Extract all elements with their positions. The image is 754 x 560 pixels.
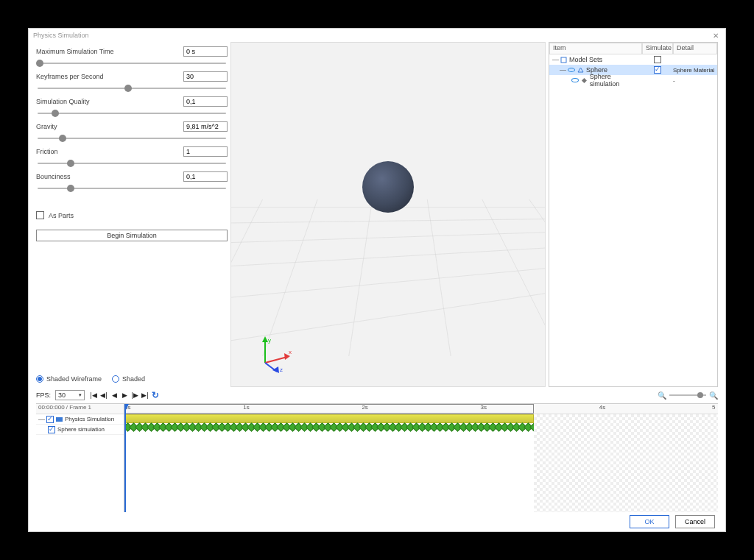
fps-selector[interactable]: 30 ▾ (55, 390, 85, 400)
simulation-icon (581, 77, 588, 84)
keyframes-sphere[interactable] (124, 424, 540, 430)
zoom-in-icon[interactable]: 🔍 (709, 391, 718, 400)
friction-input[interactable] (183, 146, 228, 157)
range-bracket[interactable] (124, 404, 534, 414)
as-parts-checkbox[interactable] (36, 211, 44, 219)
quality-slider[interactable] (36, 110, 228, 117)
begin-simulation-button[interactable]: Begin Simulation (36, 230, 228, 241)
tree-body: — Model Sets — Sphere Sphere Material (549, 54, 717, 386)
playhead[interactable] (124, 404, 126, 512)
kps-label: Keyframes per Second (36, 73, 139, 80)
zoom-slider[interactable] (669, 394, 706, 396)
param-keyframes: Keyframes per Second (36, 71, 228, 82)
max-time-input[interactable] (183, 46, 228, 57)
bounce-input[interactable] (183, 171, 228, 182)
zoom-out-icon[interactable]: 🔍 (658, 391, 666, 400)
svg-rect-24 (56, 417, 63, 422)
svg-marker-13 (262, 336, 268, 342)
visibility-icon[interactable] (568, 68, 575, 72)
friction-label: Friction (36, 148, 139, 155)
bounce-label: Bounciness (36, 173, 139, 180)
timeline-body: 00:00:000 / Frame 1 — Physics Simulation… (36, 403, 718, 512)
max-time-slider[interactable] (36, 60, 228, 67)
step-back-icon[interactable]: ◀| (99, 391, 108, 400)
bounce-slider[interactable] (36, 185, 228, 192)
tl-check-sphere[interactable] (48, 426, 55, 433)
svg-line-9 (427, 199, 451, 356)
svg-line-2 (231, 233, 545, 243)
kps-slider[interactable] (36, 85, 228, 92)
param-friction: Friction (36, 146, 228, 157)
tl-check-physics[interactable] (46, 416, 54, 423)
expander-icon[interactable]: — (38, 416, 44, 423)
tl-row-physics[interactable]: — Physics Simulation (36, 414, 124, 425)
ok-button[interactable]: OK (630, 515, 669, 528)
gravity-label: Gravity (36, 123, 139, 130)
play-back-icon[interactable]: ◀ (110, 391, 119, 400)
svg-line-4 (231, 269, 545, 297)
step-forward-icon[interactable]: |▶ (130, 391, 139, 400)
display-mode-row: Shaded Wireframe Shaded (36, 375, 228, 387)
viewport-3d[interactable]: y x z (230, 42, 546, 387)
window-title: Physics Simulation (33, 32, 89, 39)
clip-physics[interactable] (124, 414, 534, 423)
go-start-icon[interactable]: |◀ (89, 391, 98, 400)
param-bounciness: Bounciness (36, 171, 228, 182)
max-time-label: Maximum Simulation Time (36, 48, 139, 55)
play-forward-icon[interactable]: ▶ (120, 391, 129, 400)
friction-slider[interactable] (36, 160, 228, 167)
quality-input[interactable] (183, 96, 228, 107)
timeline-tree: 00:00:000 / Frame 1 — Physics Simulation… (36, 404, 124, 512)
shaded-label: Shaded (122, 375, 145, 383)
as-parts-row: As Parts (36, 211, 228, 219)
th-simulate[interactable]: Simulate (642, 43, 673, 54)
visibility-icon[interactable] (571, 78, 579, 82)
timeline-controls: FPS: 30 ▾ |◀ ◀| ◀ ▶ |▶ ▶| ↻ 🔍 🔍 (36, 387, 718, 403)
gravity-slider[interactable] (36, 135, 228, 142)
tree-row-sphere-sim[interactable]: Sphere simulation - (549, 75, 717, 85)
svg-rect-21 (561, 57, 566, 63)
svg-line-15 (265, 357, 287, 363)
param-quality: Simulation Quality (36, 96, 228, 107)
sphere-mesh[interactable] (362, 161, 414, 213)
radio-shaded-wireframe[interactable] (36, 375, 43, 383)
simulate-checkbox-modelsets[interactable] (654, 56, 661, 63)
svg-line-1 (231, 219, 545, 223)
svg-line-5 (231, 294, 545, 341)
playback-buttons: |◀ ◀| ◀ ▶ |▶ ▶| ↻ (89, 391, 160, 400)
shaded-wireframe-label: Shaded Wireframe (46, 375, 102, 383)
tree-header: Item Simulate Detail (549, 43, 717, 54)
close-icon[interactable]: ✕ (711, 30, 721, 40)
param-gravity: Gravity (36, 121, 228, 132)
gravity-input[interactable] (183, 121, 228, 132)
th-detail[interactable]: Detail (673, 43, 717, 54)
axis-gizmo[interactable]: y x z (255, 335, 293, 373)
dialog-footer: OK Cancel (29, 512, 725, 531)
dialog-window: Physics Simulation ✕ Maximum Simulation … (28, 28, 726, 532)
go-end-icon[interactable]: ▶| (141, 391, 149, 400)
folder-icon (56, 416, 63, 422)
svg-text:z: z (280, 366, 283, 373)
time-ruler[interactable]: 0s 1s 2s 3s 4s 5 (124, 404, 718, 414)
cancel-button[interactable]: Cancel (675, 515, 715, 528)
svg-line-10 (482, 199, 545, 356)
item-tree-panel: Item Simulate Detail — Model Sets — Sp (549, 42, 718, 387)
svg-text:x: x (289, 349, 292, 355)
fps-label: FPS: (36, 391, 51, 399)
tree-row-modelsets[interactable]: — Model Sets (549, 54, 717, 65)
expander-icon[interactable]: — (552, 56, 558, 63)
loop-icon[interactable]: ↻ (151, 391, 160, 400)
quality-label: Simulation Quality (36, 98, 139, 105)
svg-line-7 (263, 199, 318, 356)
th-item[interactable]: Item (549, 43, 642, 54)
detail-sphere-sim: - (673, 77, 717, 84)
timeline-tracks[interactable]: 0s 1s 2s 3s 4s 5 (124, 404, 718, 512)
detail-sphere[interactable]: Sphere Material (673, 67, 717, 74)
svg-line-11 (529, 199, 545, 356)
radio-shaded[interactable] (112, 375, 119, 383)
simulate-checkbox-sphere[interactable] (654, 66, 661, 74)
title-bar[interactable]: Physics Simulation ✕ (29, 29, 725, 42)
tl-row-sphere[interactable]: Sphere simulation (36, 425, 124, 435)
kps-input[interactable] (183, 71, 228, 82)
svg-marker-22 (578, 68, 583, 72)
